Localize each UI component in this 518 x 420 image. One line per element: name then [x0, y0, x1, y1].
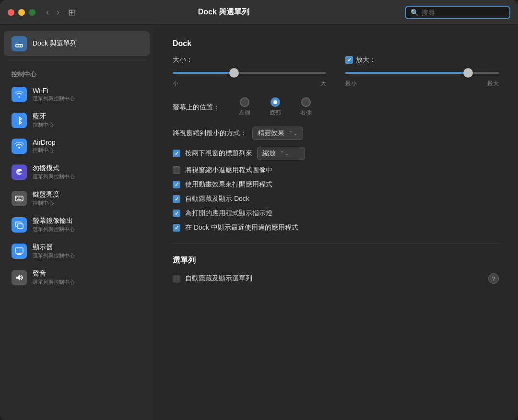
dock-icon: [12, 36, 27, 51]
sidebar-display-sublabel: 選單列與控制中心: [33, 252, 75, 259]
svg-rect-9: [21, 198, 22, 198]
control-center-header: 控制中心: [0, 64, 153, 82]
sidebar-sound-label: 聲音: [33, 269, 75, 278]
show-recent-label: 在 Dock 中顯示最近使用過的應用程式: [185, 223, 298, 232]
magnify-slider-thumb[interactable]: [463, 68, 473, 78]
animate-row: 使用動畫效果來打開應用程式: [173, 180, 499, 189]
position-left-label: 左側: [239, 109, 250, 117]
position-right-radio[interactable]: [301, 97, 311, 107]
show-recent-checkbox[interactable]: [173, 224, 180, 232]
size-slider-track: [173, 72, 326, 74]
dnd-icon: [12, 164, 27, 180]
double-click-dropdown-arrow: ⌃⌄: [280, 150, 289, 157]
svg-rect-10: [17, 199, 22, 200]
magnify-min-label: 最小: [345, 80, 357, 88]
sidebar-keyboard-text: 鍵盤亮度 控制中心: [33, 190, 59, 207]
minimize-label: 將視窗縮到最小的方式：: [173, 129, 247, 138]
sidebar-airdrop-text: AirDrop 控制中心: [33, 139, 55, 154]
auto-hide-checkbox[interactable]: [173, 195, 180, 203]
sidebar-wifi-sublabel: 選單列與控制中心: [33, 95, 75, 102]
sidebar-bt-sublabel: 控制中心: [33, 121, 54, 128]
svg-rect-6: [16, 198, 17, 198]
keyboard-brightness-icon: [12, 191, 27, 206]
traffic-lights: [8, 9, 35, 16]
screen-mirroring-icon: [12, 217, 27, 233]
svg-point-4: [18, 147, 20, 149]
minimize-dropdown-arrow: ⌃⌄: [288, 130, 298, 137]
display-icon: [12, 244, 27, 259]
sidebar: Dock 與選單列 控制中心 Wi-Fi 選單列與控制中心: [0, 25, 153, 420]
position-bottom[interactable]: 底部: [270, 97, 281, 117]
sidebar-divider: [8, 60, 146, 60]
sidebar-item-keyboard[interactable]: 鍵盤亮度 控制中心: [4, 186, 150, 211]
sidebar-dock-text: Dock 與選單列: [33, 39, 77, 48]
sidebar-item-bluetooth[interactable]: 藍牙 控制中心: [4, 107, 150, 133]
minimize-button[interactable]: [18, 9, 25, 16]
size-slider-fill: [173, 72, 234, 74]
minimize-row: 將視窗縮到最小的方式： 精靈效果 ⌃⌄: [173, 127, 499, 140]
main-panel: Dock 大小： 小 大: [153, 25, 518, 420]
animate-checkbox[interactable]: [173, 181, 180, 188]
sidebar-airdrop-sublabel: 控制中心: [33, 147, 55, 154]
double-click-dropdown[interactable]: 縮放 ⌃⌄: [257, 147, 305, 160]
position-row: 螢幕上的位置： 左側 底部 右側: [173, 97, 499, 117]
sidebar-keyboard-label: 鍵盤亮度: [33, 190, 59, 199]
sidebar-mirroring-label: 螢幕鏡像輸出: [33, 217, 75, 225]
sidebar-bt-text: 藍牙 控制中心: [33, 112, 54, 128]
sidebar-item-dock[interactable]: Dock 與選單列: [4, 31, 150, 56]
sidebar-dnd-text: 勿擾模式 選單列與控制中心: [33, 164, 75, 180]
titlebar: ‹ › ⊞ Dock 與選單列 🔍: [0, 0, 518, 25]
magnify-slider-group: 放大： 最小 最大: [345, 56, 499, 88]
magnify-slider-fill: [345, 72, 468, 74]
minimize-to-app-checkbox[interactable]: [173, 166, 180, 174]
sidebar-item-wifi[interactable]: Wi-Fi 選單列與控制中心: [4, 82, 150, 107]
search-box[interactable]: 🔍: [405, 6, 510, 19]
svg-rect-12: [17, 224, 23, 228]
show-indicator-checkbox[interactable]: [173, 210, 180, 217]
size-slider-thumb[interactable]: [229, 68, 239, 78]
sidebar-item-sound[interactable]: 聲音 選單列與控制中心: [4, 265, 150, 291]
sidebar-item-display[interactable]: 顯示器 選單列與控制中心: [4, 238, 150, 264]
help-button[interactable]: ?: [488, 273, 499, 284]
menu-bar-section-title: 選單列: [173, 256, 499, 266]
magnify-slider-labels: 最小 最大: [345, 80, 499, 88]
size-slider-group: 大小： 小 大: [173, 56, 326, 88]
sliders-row: 大小： 小 大 放大：: [173, 56, 499, 88]
airdrop-icon: [12, 139, 27, 154]
auto-hide-row: 自動隱藏及顯示 Dock: [173, 195, 499, 203]
sidebar-sound-text: 聲音 選單列與控制中心: [33, 269, 75, 286]
sidebar-mirroring-sublabel: 選單列與控制中心: [33, 226, 75, 233]
auto-hide-menu-checkbox[interactable]: [173, 275, 180, 282]
position-right-label: 右側: [300, 109, 312, 117]
position-bottom-radio[interactable]: [271, 97, 280, 107]
sound-icon: [12, 270, 27, 285]
auto-hide-menu-label: 自動隱藏及顯示選單列: [185, 274, 252, 283]
sidebar-item-mirroring[interactable]: 螢幕鏡像輸出 選單列與控制中心: [4, 212, 150, 238]
close-button[interactable]: [8, 9, 14, 16]
minimize-dropdown-value: 精靈效果: [258, 129, 284, 138]
maximize-button[interactable]: [29, 9, 35, 16]
sidebar-wifi-text: Wi-Fi 選單列與控制中心: [33, 87, 75, 102]
sidebar-keyboard-sublabel: 控制中心: [33, 199, 59, 207]
sidebar-display-text: 顯示器 選單列與控制中心: [33, 243, 75, 259]
svg-rect-13: [15, 248, 23, 253]
magnify-checkbox[interactable]: [345, 56, 353, 64]
double-click-checkbox[interactable]: [173, 150, 180, 157]
sidebar-item-dnd[interactable]: 勿擾模式 選單列與控制中心: [4, 159, 150, 185]
animate-label: 使用動畫效果來打開應用程式: [185, 180, 272, 189]
magnify-label: 放大：: [356, 56, 376, 64]
position-left-radio[interactable]: [240, 97, 249, 107]
position-right[interactable]: 右側: [300, 97, 312, 117]
sidebar-item-airdrop[interactable]: AirDrop 控制中心: [4, 134, 150, 159]
sidebar-dock-label: Dock 與選單列: [33, 39, 77, 48]
position-left[interactable]: 左側: [239, 97, 250, 117]
magnify-slider-track: [345, 72, 499, 74]
size-slider-container: [173, 68, 326, 78]
sidebar-display-label: 顯示器: [33, 243, 75, 252]
size-label: 大小：: [173, 56, 326, 64]
svg-rect-1: [16, 45, 18, 47]
content-area: Dock 與選單列 控制中心 Wi-Fi 選單列與控制中心: [0, 25, 518, 420]
search-input[interactable]: [422, 9, 505, 16]
magnify-checkbox-label[interactable]: 放大：: [345, 56, 499, 64]
minimize-dropdown[interactable]: 精靈效果 ⌃⌄: [252, 127, 303, 140]
